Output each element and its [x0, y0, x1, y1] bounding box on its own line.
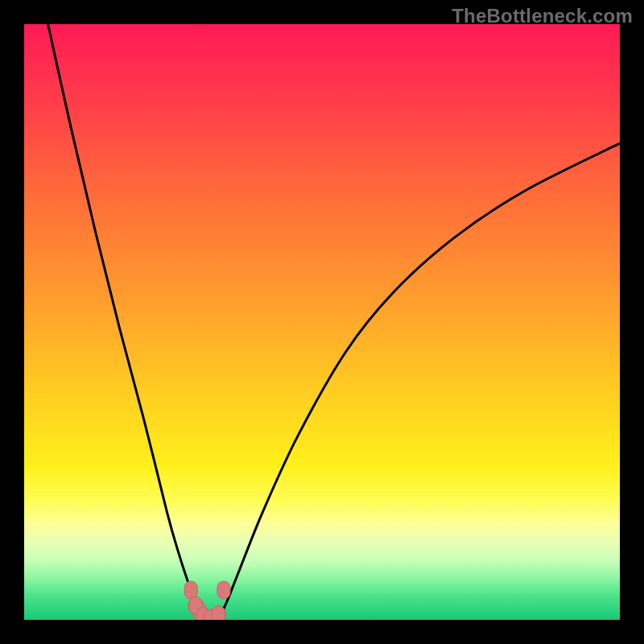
- plot-area: [24, 24, 620, 620]
- curve-marker: [217, 581, 230, 599]
- curve-marker: [184, 581, 197, 599]
- chart-frame: TheBottleneck.com: [0, 0, 644, 644]
- chart-svg: [24, 24, 620, 620]
- gradient-background: [24, 24, 620, 620]
- curve-marker: [212, 605, 225, 620]
